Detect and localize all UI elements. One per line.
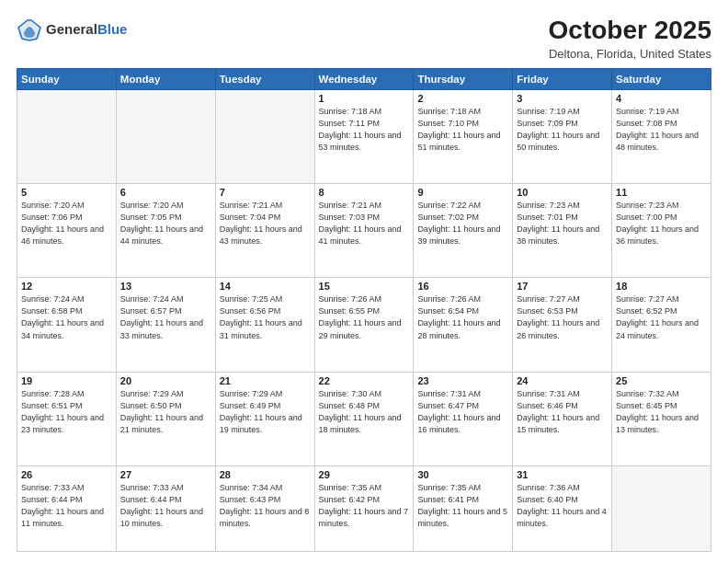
day-info: Sunrise: 7:22 AM Sunset: 7:02 PM Dayligh… (417, 200, 508, 247)
day-info: Sunrise: 7:23 AM Sunset: 7:01 PM Dayligh… (517, 200, 608, 247)
day-number: 1 (319, 93, 410, 104)
day-cell: 11Sunrise: 7:23 AM Sunset: 7:00 PM Dayli… (612, 184, 711, 278)
day-info: Sunrise: 7:28 AM Sunset: 6:51 PM Dayligh… (21, 388, 112, 436)
weekday-monday: Monday (116, 68, 215, 89)
title-block: October 2025 Deltona, Florida, United St… (549, 17, 711, 61)
day-number: 29 (319, 469, 410, 480)
day-cell: 1Sunrise: 7:18 AM Sunset: 7:11 PM Daylig… (314, 89, 414, 183)
day-cell: 3Sunrise: 7:19 AM Sunset: 7:09 PM Daylig… (513, 89, 612, 183)
day-info: Sunrise: 7:31 AM Sunset: 6:47 PM Dayligh… (417, 388, 508, 436)
day-number: 3 (517, 93, 608, 104)
day-info: Sunrise: 7:26 AM Sunset: 6:54 PM Dayligh… (417, 293, 508, 341)
day-cell: 6Sunrise: 7:20 AM Sunset: 7:05 PM Daylig… (116, 184, 215, 278)
day-number: 26 (21, 469, 112, 480)
weekday-sunday: Sunday (17, 68, 117, 89)
day-cell (612, 465, 711, 551)
weekday-wednesday: Wednesday (314, 68, 414, 89)
weekday-tuesday: Tuesday (215, 68, 314, 89)
day-number: 17 (517, 281, 608, 292)
day-cell: 24Sunrise: 7:31 AM Sunset: 6:46 PM Dayli… (513, 372, 612, 465)
day-info: Sunrise: 7:34 AM Sunset: 6:43 PM Dayligh… (220, 482, 311, 530)
day-cell: 20Sunrise: 7:29 AM Sunset: 6:50 PM Dayli… (116, 372, 215, 465)
day-number: 12 (21, 281, 112, 292)
day-cell: 26Sunrise: 7:33 AM Sunset: 6:44 PM Dayli… (17, 465, 117, 551)
day-cell: 30Sunrise: 7:35 AM Sunset: 6:41 PM Dayli… (414, 465, 513, 551)
logo-text: GeneralBlue (46, 22, 127, 38)
logo-blue: Blue (97, 21, 128, 37)
day-number: 23 (417, 375, 508, 386)
day-cell: 9Sunrise: 7:22 AM Sunset: 7:02 PM Daylig… (414, 184, 513, 278)
day-number: 28 (220, 469, 311, 480)
day-cell: 16Sunrise: 7:26 AM Sunset: 6:54 PM Dayli… (414, 278, 513, 372)
week-row-3: 12Sunrise: 7:24 AM Sunset: 6:58 PM Dayli… (17, 278, 711, 372)
day-cell (17, 89, 117, 183)
day-info: Sunrise: 7:36 AM Sunset: 6:40 PM Dayligh… (517, 482, 608, 530)
day-info: Sunrise: 7:18 AM Sunset: 7:10 PM Dayligh… (417, 106, 508, 154)
day-number: 9 (417, 187, 508, 198)
logo-icon (17, 17, 42, 42)
day-number: 8 (319, 187, 410, 198)
day-info: Sunrise: 7:20 AM Sunset: 7:06 PM Dayligh… (21, 200, 112, 247)
day-cell: 28Sunrise: 7:34 AM Sunset: 6:43 PM Dayli… (215, 465, 314, 551)
day-cell: 10Sunrise: 7:23 AM Sunset: 7:01 PM Dayli… (513, 184, 612, 278)
day-info: Sunrise: 7:31 AM Sunset: 6:46 PM Dayligh… (517, 388, 608, 436)
header: GeneralBlue October 2025 Deltona, Florid… (17, 17, 711, 61)
day-info: Sunrise: 7:24 AM Sunset: 6:57 PM Dayligh… (120, 293, 211, 341)
day-info: Sunrise: 7:19 AM Sunset: 7:09 PM Dayligh… (517, 106, 608, 154)
day-cell: 5Sunrise: 7:20 AM Sunset: 7:06 PM Daylig… (17, 184, 117, 278)
day-cell: 2Sunrise: 7:18 AM Sunset: 7:10 PM Daylig… (414, 89, 513, 183)
week-row-5: 26Sunrise: 7:33 AM Sunset: 6:44 PM Dayli… (17, 465, 711, 551)
day-number: 27 (120, 469, 211, 480)
day-cell: 19Sunrise: 7:28 AM Sunset: 6:51 PM Dayli… (17, 372, 117, 465)
day-info: Sunrise: 7:29 AM Sunset: 6:50 PM Dayligh… (120, 388, 211, 436)
day-number: 22 (319, 375, 410, 386)
weekday-friday: Friday (513, 68, 612, 89)
day-info: Sunrise: 7:27 AM Sunset: 6:53 PM Dayligh… (517, 293, 608, 341)
day-info: Sunrise: 7:27 AM Sunset: 6:52 PM Dayligh… (616, 293, 707, 341)
day-number: 10 (517, 187, 608, 198)
day-info: Sunrise: 7:23 AM Sunset: 7:00 PM Dayligh… (616, 200, 707, 247)
week-row-1: 1Sunrise: 7:18 AM Sunset: 7:11 PM Daylig… (17, 89, 711, 183)
day-info: Sunrise: 7:25 AM Sunset: 6:56 PM Dayligh… (220, 293, 311, 341)
day-info: Sunrise: 7:20 AM Sunset: 7:05 PM Dayligh… (120, 200, 211, 247)
day-info: Sunrise: 7:30 AM Sunset: 6:48 PM Dayligh… (319, 388, 410, 436)
day-info: Sunrise: 7:35 AM Sunset: 6:41 PM Dayligh… (417, 482, 508, 530)
day-number: 4 (616, 93, 707, 104)
day-info: Sunrise: 7:33 AM Sunset: 6:44 PM Dayligh… (21, 482, 112, 530)
month-title: October 2025 (549, 17, 711, 45)
day-info: Sunrise: 7:21 AM Sunset: 7:03 PM Dayligh… (319, 200, 410, 247)
day-cell: 31Sunrise: 7:36 AM Sunset: 6:40 PM Dayli… (513, 465, 612, 551)
weekday-saturday: Saturday (612, 68, 711, 89)
day-info: Sunrise: 7:35 AM Sunset: 6:42 PM Dayligh… (319, 482, 410, 530)
day-cell: 17Sunrise: 7:27 AM Sunset: 6:53 PM Dayli… (513, 278, 612, 372)
day-cell: 25Sunrise: 7:32 AM Sunset: 6:45 PM Dayli… (612, 372, 711, 465)
day-cell: 7Sunrise: 7:21 AM Sunset: 7:04 PM Daylig… (215, 184, 314, 278)
day-cell: 14Sunrise: 7:25 AM Sunset: 6:56 PM Dayli… (215, 278, 314, 372)
day-cell: 18Sunrise: 7:27 AM Sunset: 6:52 PM Dayli… (612, 278, 711, 372)
day-number: 5 (21, 187, 112, 198)
day-info: Sunrise: 7:26 AM Sunset: 6:55 PM Dayligh… (319, 293, 410, 341)
day-number: 14 (220, 281, 311, 292)
day-cell: 8Sunrise: 7:21 AM Sunset: 7:03 PM Daylig… (314, 184, 414, 278)
day-number: 13 (120, 281, 211, 292)
day-info: Sunrise: 7:19 AM Sunset: 7:08 PM Dayligh… (616, 106, 707, 154)
day-info: Sunrise: 7:33 AM Sunset: 6:44 PM Dayligh… (120, 482, 211, 530)
logo-general: General (46, 21, 97, 37)
day-cell: 15Sunrise: 7:26 AM Sunset: 6:55 PM Dayli… (314, 278, 414, 372)
page: GeneralBlue October 2025 Deltona, Florid… (0, 0, 728, 563)
day-number: 25 (616, 375, 707, 386)
day-number: 24 (517, 375, 608, 386)
day-info: Sunrise: 7:29 AM Sunset: 6:49 PM Dayligh… (220, 388, 311, 436)
week-row-4: 19Sunrise: 7:28 AM Sunset: 6:51 PM Dayli… (17, 372, 711, 465)
day-number: 31 (517, 469, 608, 480)
calendar: SundayMondayTuesdayWednesdayThursdayFrid… (17, 68, 711, 552)
day-number: 6 (120, 187, 211, 198)
logo: GeneralBlue (17, 17, 127, 42)
day-info: Sunrise: 7:24 AM Sunset: 6:58 PM Dayligh… (21, 293, 112, 341)
day-number: 16 (417, 281, 508, 292)
day-cell: 27Sunrise: 7:33 AM Sunset: 6:44 PM Dayli… (116, 465, 215, 551)
day-cell: 23Sunrise: 7:31 AM Sunset: 6:47 PM Dayli… (414, 372, 513, 465)
day-info: Sunrise: 7:18 AM Sunset: 7:11 PM Dayligh… (319, 106, 410, 154)
day-number: 15 (319, 281, 410, 292)
day-number: 2 (417, 93, 508, 104)
